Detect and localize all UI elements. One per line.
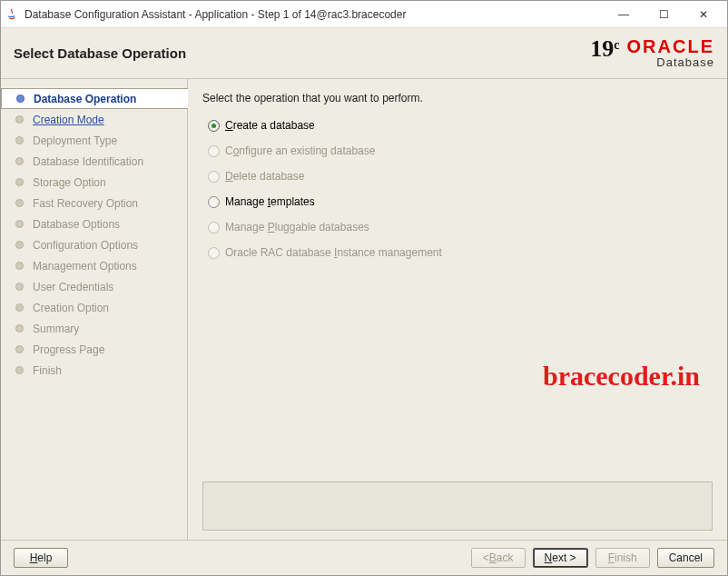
- watermark-text: bracecoder.in: [543, 361, 700, 392]
- radio-label: Manage templates: [225, 195, 315, 208]
- step-dot-icon: [16, 94, 25, 103]
- brand-oracle-text: ORACLE: [627, 37, 714, 55]
- operation-radio-5: Oracle RAC database Instance management: [208, 246, 713, 259]
- message-box: [202, 482, 713, 531]
- brand-logo: 19c ORACLE Database: [590, 37, 714, 69]
- sidebar-step-6: Database Options: [1, 214, 187, 234]
- step-dot-icon: [15, 199, 24, 207]
- sidebar-step-8: Management Options: [1, 255, 187, 276]
- operation-radio-0[interactable]: Create a database: [208, 119, 713, 132]
- operation-prompt: Select the operation that you want to pe…: [202, 92, 713, 104]
- help-button[interactable]: Help: [14, 548, 68, 568]
- step-dot-icon: [15, 366, 24, 374]
- step-dot-icon: [15, 136, 24, 144]
- step-label: Creation Option: [33, 302, 109, 314]
- main-area: Database OperationCreation ModeDeploymen…: [1, 79, 727, 541]
- operation-radio-4: Manage Pluggable databases: [208, 221, 713, 233]
- sidebar-step-11: Summary: [1, 318, 187, 339]
- operation-options: Create a databaseConfigure an existing d…: [208, 119, 713, 259]
- finish-button: Finish: [595, 548, 650, 568]
- step-label: Storage Option: [33, 176, 106, 189]
- operation-radio-1: Configure an existing database: [208, 144, 713, 157]
- page-header: Select Database Operation 19c ORACLE Dat…: [1, 28, 727, 79]
- radio-icon: [208, 196, 220, 208]
- close-button[interactable]: ✕: [684, 2, 723, 27]
- step-label: Database Operation: [34, 93, 136, 105]
- sidebar-step-1[interactable]: Creation Mode: [1, 109, 187, 130]
- back-button: < Back: [471, 548, 526, 568]
- step-label: Database Identification: [33, 155, 143, 168]
- step-dot-icon: [15, 178, 24, 186]
- step-dot-icon: [15, 115, 24, 124]
- radio-label: Configure an existing database: [225, 144, 375, 157]
- wizard-sidebar: Database OperationCreation ModeDeploymen…: [1, 79, 188, 540]
- sidebar-step-3: Database Identification: [1, 151, 187, 172]
- step-label: Fast Recovery Option: [33, 197, 138, 210]
- sidebar-step-4: Storage Option: [1, 172, 187, 193]
- radio-label: Manage Pluggable databases: [225, 221, 369, 233]
- page-title: Select Database Operation: [14, 45, 186, 61]
- radio-label: Oracle RAC database Instance management: [225, 246, 442, 259]
- sidebar-step-10: Creation Option: [1, 297, 187, 318]
- step-label: Finish: [33, 364, 62, 377]
- step-dot-icon: [15, 241, 24, 249]
- operation-radio-2: Delete database: [208, 170, 713, 183]
- step-dot-icon: [15, 220, 24, 228]
- radio-icon: [208, 145, 220, 157]
- maximize-button[interactable]: ☐: [644, 2, 684, 27]
- sidebar-step-12: Progress Page: [1, 339, 187, 360]
- radio-icon: [208, 120, 220, 132]
- step-label: Creation Mode: [33, 114, 104, 126]
- step-label: Deployment Type: [33, 134, 117, 147]
- radio-label: Create a database: [225, 119, 315, 132]
- step-label: User Credentials: [33, 281, 113, 293]
- radio-icon: [208, 222, 220, 233]
- window-controls: — ☐ ✕: [604, 2, 723, 27]
- step-label: Database Options: [33, 218, 120, 231]
- cancel-button[interactable]: Cancel: [657, 548, 714, 568]
- step-label: Progress Page: [33, 343, 104, 356]
- step-label: Configuration Options: [33, 239, 138, 252]
- operation-radio-3[interactable]: Manage templates: [208, 195, 713, 208]
- sidebar-step-0[interactable]: Database Operation: [1, 88, 188, 109]
- radio-label: Delete database: [225, 170, 304, 183]
- brand-version: 19c: [590, 37, 619, 61]
- step-dot-icon: [15, 283, 24, 291]
- radio-icon: [208, 247, 220, 259]
- footer-bar: Help < Back Next > Finish Cancel: [1, 541, 727, 575]
- radio-icon: [208, 171, 220, 183]
- minimize-button[interactable]: —: [604, 2, 644, 27]
- step-dot-icon: [15, 262, 24, 270]
- step-dot-icon: [15, 345, 24, 353]
- step-dot-icon: [15, 324, 24, 333]
- titlebar: Database Configuration Assistant - Appli…: [1, 1, 727, 28]
- sidebar-step-2: Deployment Type: [1, 130, 187, 151]
- step-dot-icon: [15, 157, 24, 165]
- sidebar-step-7: Configuration Options: [1, 234, 187, 255]
- brand-product-text: Database: [656, 55, 714, 69]
- step-label: Summary: [33, 323, 79, 335]
- step-dot-icon: [15, 303, 24, 312]
- sidebar-step-9: User Credentials: [1, 276, 187, 297]
- sidebar-step-5: Fast Recovery Option: [1, 193, 187, 214]
- step-label: Management Options: [33, 260, 137, 273]
- window-title: Database Configuration Assistant - Appli…: [25, 8, 604, 21]
- java-app-icon: [5, 7, 19, 22]
- sidebar-step-13: Finish: [1, 360, 187, 381]
- content-panel: Select the operation that you want to pe…: [188, 79, 727, 540]
- next-button[interactable]: Next >: [533, 548, 588, 568]
